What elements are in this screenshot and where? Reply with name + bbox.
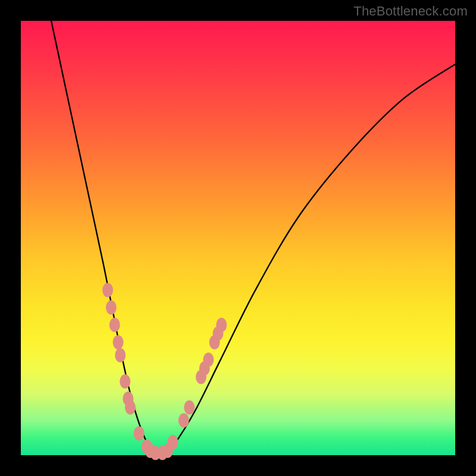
marker-point: [113, 335, 124, 349]
plot-area: [21, 21, 455, 455]
chart-svg: [21, 21, 455, 455]
marker-point: [115, 348, 126, 362]
bottleneck-curve: [51, 21, 455, 456]
marker-point: [102, 283, 113, 298]
marker-point: [184, 400, 195, 415]
marker-point: [106, 300, 117, 315]
marker-point: [125, 400, 136, 415]
marker-point: [109, 318, 120, 332]
marker-point: [203, 352, 214, 367]
marker-point: [216, 318, 227, 332]
marker-point: [168, 435, 178, 449]
marker-point: [134, 427, 145, 441]
watermark-text: TheBottleneck.com: [353, 4, 468, 19]
marker-point: [178, 414, 189, 428]
marker-point: [120, 374, 130, 389]
chart-frame: TheBottleneck.com: [0, 0, 476, 476]
markers-group: [102, 283, 227, 461]
